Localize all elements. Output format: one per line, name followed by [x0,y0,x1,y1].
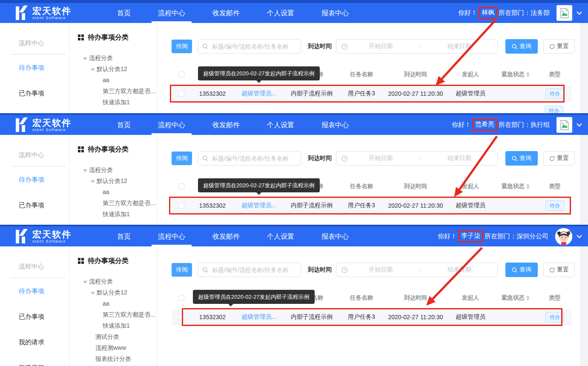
tree-node-leaf[interactable]: 第三方双方都是否... [78,309,157,320]
end-date-placeholder[interactable]: 结束日期 [427,266,493,274]
reset-button[interactable]: 重置 [543,39,575,54]
nav-item-process-center[interactable]: 流程中心 [152,3,192,23]
nav-item-mail[interactable]: 收发邮件 [206,226,246,246]
nav-item-process-center[interactable]: 流程中心 [152,226,192,246]
col-header-urgency[interactable]: 紧急状态 [493,183,538,190]
app-section: 宏天软件 otent Software 首页 流程中心 收发邮件 个人设置 报表… [0,225,588,366]
query-button[interactable]: 查询 [505,39,538,54]
sidebar-item-todo[interactable]: 待办事项 [19,64,69,72]
select-all-checkbox[interactable] [178,71,184,77]
sidebar-item-todo[interactable]: 待办事项 [19,176,69,184]
row-checkbox[interactable] [178,314,184,320]
cell-title-link[interactable]: 超级管理员... [234,202,284,209]
nav-item-report-center[interactable]: 报表中心 [315,226,355,246]
circulate-button[interactable]: 传阅 [172,263,192,277]
sidebar-item-done[interactable]: 已办事项 [19,89,69,97]
nav-item-home[interactable]: 首页 [111,115,137,135]
caret-down-icon[interactable] [83,169,87,172]
section-body: 流程中心 待办事项 已办事项 我的请求 待办事项分类 流程分类 默认分类12 [0,23,588,113]
query-button[interactable]: 查询 [505,151,538,166]
table-row[interactable]: 13532302 超级管理员... 内部子流程示例 用户任务3 2020-02-… [172,198,572,213]
brand-subtitle: otent Software [32,128,72,132]
date-range-picker[interactable]: 开始日期 - 结束日期 [336,39,498,54]
sidebar-item-todo[interactable]: 待办事项 [19,287,69,295]
tree-node-leaf[interactable]: 第三方双方都是否... [78,197,157,209]
circulate-button[interactable]: 传阅 [172,40,192,53]
greeting-text: 你好！ [438,232,457,240]
tree-node-process-category[interactable]: 流程分类 [78,276,157,287]
tree-node-leaf[interactable]: 流程测www [78,342,157,353]
chevron-down-icon[interactable] [577,234,582,238]
row-checkbox[interactable] [178,203,184,209]
nav-item-personal-settings[interactable]: 个人设置 [261,3,301,23]
search-input[interactable] [198,151,301,166]
nav-item-home[interactable]: 首页 [111,226,137,246]
caret-down-icon[interactable] [91,292,95,295]
reset-button[interactable]: 重置 [543,151,575,166]
sort-icon[interactable] [526,72,530,77]
col-header-urgency[interactable]: 紧急状态 [493,294,538,302]
chevron-down-icon[interactable] [577,123,582,127]
sort-icon[interactable] [526,295,530,300]
caret-down-icon[interactable] [83,281,87,283]
nav-item-process-center[interactable]: 流程中心 [152,115,192,135]
tree-node-leaf[interactable]: 第三方双方都是否... [78,86,157,97]
tree-node-process-category[interactable]: 流程分类 [78,164,157,175]
section-body: 流程中心 待办事项 已办事项 我的请求 待办事项分类 流程分类 默认分类12 [0,135,588,225]
sort-icon[interactable] [526,184,530,189]
search-input[interactable] [198,39,301,54]
main-content: 传阅 到达时间 开始日期 [157,23,580,113]
table-row[interactable]: 13532302 超级管理员... 内部子流程示例 用户任务3 2020-02-… [172,309,572,325]
select-all-checkbox[interactable] [178,295,184,301]
caret-down-icon[interactable] [91,180,95,183]
cell-title-link[interactable]: 超级管理员... [234,313,284,321]
reset-button[interactable]: 重置 [543,263,575,277]
caret-down-icon[interactable] [83,57,87,60]
circulate-button[interactable]: 传阅 [172,152,192,165]
user-avatar[interactable] [555,228,572,245]
select-all-checkbox[interactable] [178,183,184,189]
sidebar-item-new-process[interactable]: 新建流程 [19,364,69,366]
nav-item-mail[interactable]: 收发邮件 [206,115,246,135]
tree-node-leaf[interactable]: 测试分类 [78,331,157,342]
end-date-placeholder[interactable]: 结束日期 [427,154,493,162]
start-date-placeholder[interactable]: 开始日期 [348,154,414,162]
start-date-placeholder[interactable]: 开始日期 [348,266,414,274]
tree-node-leaf[interactable]: aa [78,298,157,309]
search-input[interactable] [198,263,301,277]
tree-node-leaf[interactable]: aa [78,74,157,86]
nav-item-report-center[interactable]: 报表中心 [315,3,355,23]
cell-title-link[interactable]: 超级管理员... [234,90,284,97]
user-avatar[interactable] [556,5,572,21]
user-avatar[interactable] [556,117,572,133]
tree-node-default-category[interactable]: 默认分类12 [78,287,157,298]
sidebar-item-done[interactable]: 已办事项 [19,201,69,209]
date-range-picker[interactable]: 开始日期 - 结束日期 [336,263,498,277]
row-checkbox[interactable] [178,91,184,97]
tree-node-leaf[interactable]: 快速添加1 [78,97,157,108]
tree-node-process-category[interactable]: 流程分类 [78,52,157,63]
tree-node-leaf[interactable]: 报表统计分类 [78,353,157,364]
start-date-placeholder[interactable]: 开始日期 [348,43,414,50]
tree-node-default-category[interactable]: 默认分类12 [78,63,157,74]
date-range-picker[interactable]: 开始日期 - 结束日期 [336,151,498,166]
sidebar-item-done[interactable]: 已办事项 [19,313,69,321]
tree-node-leaf[interactable]: aa [78,186,157,197]
col-header-urgency[interactable]: 紧急状态 [493,71,538,78]
sidebar-item-my-requests[interactable]: 我的请求 [19,338,69,346]
nav-item-home[interactable]: 首页 [111,3,137,23]
nav-item-personal-settings[interactable]: 个人设置 [261,226,301,246]
table-row[interactable]: 13532302 超级管理员... 内部子流程示例 用户任务3 2020-02-… [172,86,572,101]
nav-item-report-center[interactable]: 报表中心 [315,115,355,135]
col-header-arrival-time: 到达时间 [384,183,447,190]
caret-down-icon[interactable] [91,69,95,71]
chevron-down-icon[interactable] [577,11,582,15]
tree-node-leaf[interactable]: 快速添加1 [78,320,157,331]
nav-item-personal-settings[interactable]: 个人设置 [261,115,301,135]
nav-item-mail[interactable]: 收发邮件 [206,3,246,23]
tree-node-default-category[interactable]: 默认分类12 [78,175,157,186]
tree-node-leaf[interactable]: 快速添加1 [78,209,157,220]
todo-table: 编号 标题 流程名称 任务名称 到达时间 发起人 紧急状态 类型 1353230… [172,175,572,213]
end-date-placeholder[interactable]: 结束日期 [427,43,493,50]
query-button[interactable]: 查询 [505,263,538,277]
